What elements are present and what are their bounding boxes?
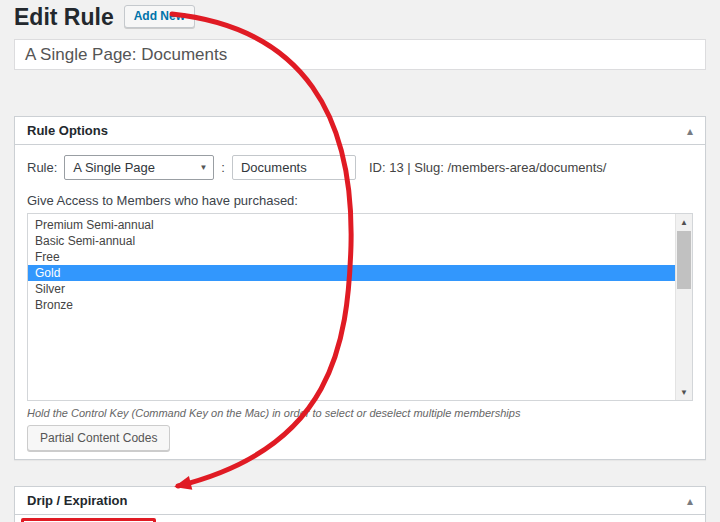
scrollbar-thumb[interactable] <box>677 231 691 289</box>
rule-type-select[interactable]: A Single Page ▼ <box>64 155 214 180</box>
drip-expiration-panel-header[interactable]: Drip / Expiration ▴ <box>15 487 705 515</box>
rule-options-panel-body: Rule: A Single Page ▼ : ID: 13 | Slug: /… <box>15 145 705 459</box>
membership-option[interactable]: Silver <box>28 281 692 297</box>
rule-label: Rule: <box>27 160 57 175</box>
memberships-listbox[interactable]: Premium Semi-annual Basic Semi-annual Fr… <box>27 213 693 401</box>
drip-expiration-panel-title: Drip / Expiration <box>27 493 127 508</box>
multiselect-hint: Hold the Control Key (Command Key on the… <box>27 407 693 419</box>
membership-option[interactable]: Free <box>28 249 692 265</box>
membership-option[interactable]: Basic Semi-annual <box>28 233 692 249</box>
rule-value-input[interactable] <box>232 155 356 180</box>
collapse-panel-icon[interactable]: ▴ <box>687 495 693 507</box>
annotation-highlight-box: Enable Drip Enable Expiration <box>21 518 156 522</box>
id-slug-text: ID: 13 | Slug: /members-area/documents/ <box>369 160 606 175</box>
memberships-list: Premium Semi-annual Basic Semi-annual Fr… <box>28 214 692 313</box>
scroll-down-icon[interactable]: ▼ <box>676 384 692 400</box>
rule-title-input[interactable]: A Single Page: Documents <box>14 39 706 70</box>
page-header: Edit Rule Add New <box>14 4 706 36</box>
scroll-up-icon[interactable]: ▲ <box>676 214 692 230</box>
rule-options-panel-header[interactable]: Rule Options ▴ <box>15 117 705 145</box>
membership-option[interactable]: Premium Semi-annual <box>28 217 692 233</box>
add-new-button[interactable]: Add New <box>124 5 195 28</box>
rule-row: Rule: A Single Page ▼ : ID: 13 | Slug: /… <box>27 155 693 180</box>
rule-options-panel: Rule Options ▴ Rule: A Single Page ▼ : I… <box>14 116 706 460</box>
partial-content-codes-button[interactable]: Partial Content Codes <box>27 425 170 451</box>
listbox-scrollbar[interactable]: ▲ ▼ <box>675 214 692 400</box>
dropdown-caret-icon: ▼ <box>199 163 207 172</box>
edit-rule-page: Edit Rule Add New A Single Page: Documen… <box>0 0 720 522</box>
page-title: Edit Rule <box>14 4 114 30</box>
drip-expiration-panel-body: Enable Drip Enable Expiration <box>15 515 705 522</box>
drip-expiration-panel: Drip / Expiration ▴ Enable Drip Enable E… <box>14 486 706 522</box>
rule-options-panel-title: Rule Options <box>27 123 108 138</box>
membership-option[interactable]: Bronze <box>28 297 692 313</box>
rule-separator: : <box>221 160 225 175</box>
membership-option-selected[interactable]: Gold <box>28 265 692 281</box>
rule-type-selected-value: A Single Page <box>73 160 155 175</box>
access-label: Give Access to Members who have purchase… <box>27 193 693 208</box>
collapse-panel-icon[interactable]: ▴ <box>687 125 693 137</box>
